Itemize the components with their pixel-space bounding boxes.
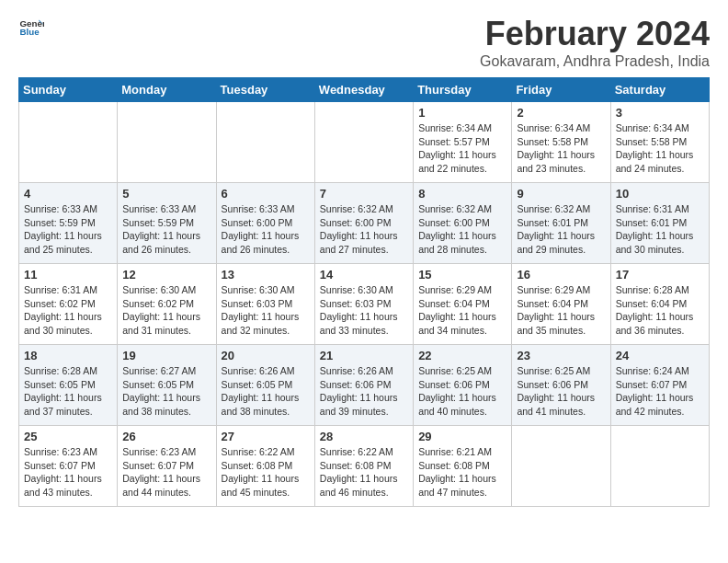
day-info: Sunrise: 6:30 AM Sunset: 6:03 PM Dayligh… <box>320 283 408 338</box>
week-row-4: 18Sunrise: 6:28 AM Sunset: 6:05 PM Dayli… <box>19 345 710 426</box>
day-cell: 27Sunrise: 6:22 AM Sunset: 6:08 PM Dayli… <box>216 426 314 507</box>
day-info: Sunrise: 6:33 AM Sunset: 5:59 PM Dayligh… <box>24 202 112 257</box>
day-number: 19 <box>122 349 210 362</box>
column-header-tuesday: Tuesday <box>216 78 314 102</box>
day-number: 18 <box>24 349 112 362</box>
day-cell: 20Sunrise: 6:26 AM Sunset: 6:05 PM Dayli… <box>216 345 314 426</box>
day-info: Sunrise: 6:28 AM Sunset: 6:04 PM Dayligh… <box>616 283 704 338</box>
day-info: Sunrise: 6:29 AM Sunset: 6:04 PM Dayligh… <box>517 283 605 338</box>
title-area: February 2024 Gokavaram, Andhra Pradesh,… <box>480 15 710 70</box>
day-cell: 7Sunrise: 6:32 AM Sunset: 6:00 PM Daylig… <box>314 183 413 264</box>
day-number: 23 <box>517 349 605 362</box>
day-number: 9 <box>517 187 605 201</box>
day-info: Sunrise: 6:29 AM Sunset: 6:04 PM Dayligh… <box>418 283 506 338</box>
day-number: 28 <box>320 430 408 443</box>
day-number: 12 <box>122 268 210 282</box>
day-number: 25 <box>24 430 112 443</box>
day-info: Sunrise: 6:32 AM Sunset: 6:01 PM Dayligh… <box>517 202 605 257</box>
column-header-monday: Monday <box>118 78 216 102</box>
logo-icon: General Blue <box>18 15 44 40</box>
day-cell: 28Sunrise: 6:22 AM Sunset: 6:08 PM Dayli… <box>314 426 413 507</box>
day-cell <box>19 102 118 183</box>
day-cell: 3Sunrise: 6:34 AM Sunset: 5:58 PM Daylig… <box>610 102 709 183</box>
week-row-2: 4Sunrise: 6:33 AM Sunset: 5:59 PM Daylig… <box>19 183 710 264</box>
day-cell: 16Sunrise: 6:29 AM Sunset: 6:04 PM Dayli… <box>512 264 610 345</box>
day-info: Sunrise: 6:33 AM Sunset: 6:00 PM Dayligh… <box>222 202 310 257</box>
column-header-friday: Friday <box>512 78 610 102</box>
day-cell: 2Sunrise: 6:34 AM Sunset: 5:58 PM Daylig… <box>512 102 610 183</box>
day-number: 29 <box>418 430 506 443</box>
day-cell <box>118 102 216 183</box>
day-cell: 13Sunrise: 6:30 AM Sunset: 6:03 PM Dayli… <box>216 264 314 345</box>
main-title: February 2024 <box>480 15 710 53</box>
day-number: 3 <box>616 106 704 120</box>
day-cell: 12Sunrise: 6:30 AM Sunset: 6:02 PM Dayli… <box>118 264 216 345</box>
day-cell <box>512 426 610 507</box>
day-cell <box>216 102 314 183</box>
day-info: Sunrise: 6:31 AM Sunset: 6:02 PM Dayligh… <box>24 283 112 338</box>
day-number: 8 <box>418 187 506 201</box>
day-cell: 21Sunrise: 6:26 AM Sunset: 6:06 PM Dayli… <box>314 345 413 426</box>
day-number: 21 <box>320 349 408 362</box>
day-cell: 9Sunrise: 6:32 AM Sunset: 6:01 PM Daylig… <box>512 183 610 264</box>
day-number: 2 <box>517 106 605 120</box>
day-number: 1 <box>418 106 506 120</box>
day-cell: 5Sunrise: 6:33 AM Sunset: 5:59 PM Daylig… <box>118 183 216 264</box>
day-number: 22 <box>418 349 506 362</box>
calendar-header: SundayMondayTuesdayWednesdayThursdayFrid… <box>19 78 710 102</box>
day-cell: 15Sunrise: 6:29 AM Sunset: 6:04 PM Dayli… <box>414 264 512 345</box>
day-info: Sunrise: 6:30 AM Sunset: 6:03 PM Dayligh… <box>222 283 310 338</box>
day-info: Sunrise: 6:22 AM Sunset: 6:08 PM Dayligh… <box>320 445 408 500</box>
day-cell: 22Sunrise: 6:25 AM Sunset: 6:06 PM Dayli… <box>414 345 512 426</box>
day-cell: 18Sunrise: 6:28 AM Sunset: 6:05 PM Dayli… <box>19 345 118 426</box>
day-cell <box>314 102 413 183</box>
day-number: 15 <box>418 268 506 282</box>
day-cell: 10Sunrise: 6:31 AM Sunset: 6:01 PM Dayli… <box>610 183 709 264</box>
day-number: 20 <box>222 349 310 362</box>
day-cell: 26Sunrise: 6:23 AM Sunset: 6:07 PM Dayli… <box>118 426 216 507</box>
day-info: Sunrise: 6:31 AM Sunset: 6:01 PM Dayligh… <box>616 202 704 257</box>
day-number: 7 <box>320 187 408 201</box>
day-cell: 19Sunrise: 6:27 AM Sunset: 6:05 PM Dayli… <box>118 345 216 426</box>
day-info: Sunrise: 6:34 AM Sunset: 5:58 PM Dayligh… <box>616 121 704 176</box>
logo: General Blue <box>18 15 44 40</box>
day-number: 16 <box>517 268 605 282</box>
day-number: 27 <box>222 430 310 443</box>
day-info: Sunrise: 6:27 AM Sunset: 6:05 PM Dayligh… <box>122 364 210 419</box>
column-header-thursday: Thursday <box>414 78 512 102</box>
day-cell: 23Sunrise: 6:25 AM Sunset: 6:06 PM Dayli… <box>512 345 610 426</box>
calendar: SundayMondayTuesdayWednesdayThursdayFrid… <box>18 77 710 507</box>
day-cell: 25Sunrise: 6:23 AM Sunset: 6:07 PM Dayli… <box>19 426 118 507</box>
week-row-3: 11Sunrise: 6:31 AM Sunset: 6:02 PM Dayli… <box>19 264 710 345</box>
week-row-1: 1Sunrise: 6:34 AM Sunset: 5:57 PM Daylig… <box>19 102 710 183</box>
day-info: Sunrise: 6:22 AM Sunset: 6:08 PM Dayligh… <box>222 445 310 500</box>
day-number: 4 <box>24 187 112 201</box>
day-info: Sunrise: 6:30 AM Sunset: 6:02 PM Dayligh… <box>122 283 210 338</box>
day-cell: 11Sunrise: 6:31 AM Sunset: 6:02 PM Dayli… <box>19 264 118 345</box>
day-number: 26 <box>122 430 210 443</box>
day-info: Sunrise: 6:32 AM Sunset: 6:00 PM Dayligh… <box>320 202 408 257</box>
column-header-sunday: Sunday <box>19 78 118 102</box>
day-number: 6 <box>222 187 310 201</box>
day-number: 11 <box>24 268 112 282</box>
day-info: Sunrise: 6:25 AM Sunset: 6:06 PM Dayligh… <box>418 364 506 419</box>
day-info: Sunrise: 6:33 AM Sunset: 5:59 PM Dayligh… <box>122 202 210 257</box>
column-header-wednesday: Wednesday <box>314 78 413 102</box>
day-cell: 8Sunrise: 6:32 AM Sunset: 6:00 PM Daylig… <box>414 183 512 264</box>
day-info: Sunrise: 6:23 AM Sunset: 6:07 PM Dayligh… <box>24 445 112 500</box>
day-cell: 1Sunrise: 6:34 AM Sunset: 5:57 PM Daylig… <box>414 102 512 183</box>
day-info: Sunrise: 6:25 AM Sunset: 6:06 PM Dayligh… <box>517 364 605 419</box>
day-number: 14 <box>320 268 408 282</box>
day-info: Sunrise: 6:24 AM Sunset: 6:07 PM Dayligh… <box>616 364 704 419</box>
calendar-body: 1Sunrise: 6:34 AM Sunset: 5:57 PM Daylig… <box>19 102 710 507</box>
day-number: 24 <box>616 349 704 362</box>
column-header-saturday: Saturday <box>610 78 709 102</box>
day-info: Sunrise: 6:21 AM Sunset: 6:08 PM Dayligh… <box>418 445 506 500</box>
day-cell: 4Sunrise: 6:33 AM Sunset: 5:59 PM Daylig… <box>19 183 118 264</box>
day-cell: 17Sunrise: 6:28 AM Sunset: 6:04 PM Dayli… <box>610 264 709 345</box>
subtitle: Gokavaram, Andhra Pradesh, India <box>480 53 710 70</box>
day-info: Sunrise: 6:28 AM Sunset: 6:05 PM Dayligh… <box>24 364 112 419</box>
day-info: Sunrise: 6:34 AM Sunset: 5:58 PM Dayligh… <box>517 121 605 176</box>
day-info: Sunrise: 6:23 AM Sunset: 6:07 PM Dayligh… <box>122 445 210 500</box>
day-cell: 6Sunrise: 6:33 AM Sunset: 6:00 PM Daylig… <box>216 183 314 264</box>
